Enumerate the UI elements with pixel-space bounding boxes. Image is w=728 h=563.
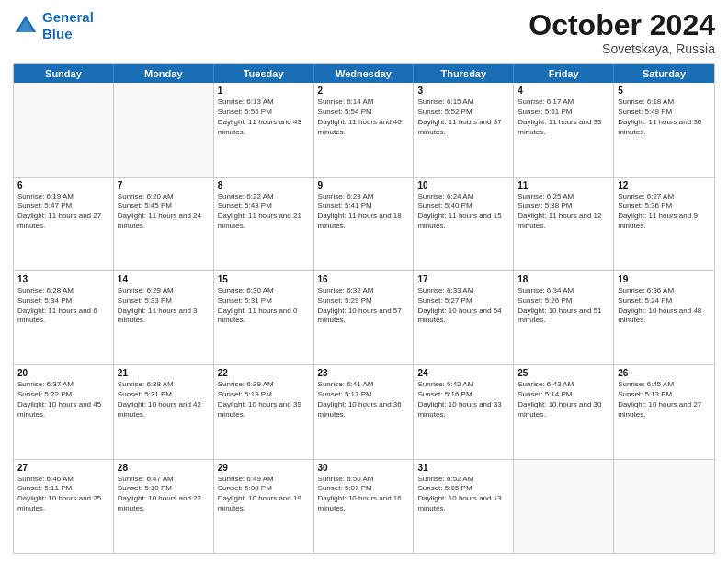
day-number: 30 [318,463,410,473]
daylight-text: Daylight: 10 hours and 45 minutes. [17,400,109,420]
calendar-cell: 12Sunrise: 6:27 AMSunset: 5:36 PMDayligh… [614,178,714,270]
sunset-text: Sunset: 5:38 PM [518,201,609,212]
sunrise-text: Sunrise: 6:37 AM [17,380,109,390]
calendar-cell: 25Sunrise: 6:43 AMSunset: 5:14 PMDayligh… [514,365,614,458]
calendar-cell: 31Sunrise: 6:52 AMSunset: 5:05 PMDayligh… [414,460,514,553]
sunrise-text: Sunrise: 6:36 AM [618,286,711,296]
day-number: 31 [417,463,509,473]
calendar-cell: 13Sunrise: 6:28 AMSunset: 5:34 PMDayligh… [14,271,114,364]
weekday-header-tuesday: Tuesday [214,64,314,83]
daylight-text: Daylight: 10 hours and 42 minutes. [118,400,210,420]
day-number: 29 [218,463,310,473]
calendar-cell: 27Sunrise: 6:46 AMSunset: 5:11 PMDayligh… [14,460,114,553]
daylight-text: Daylight: 11 hours and 24 minutes. [118,212,210,232]
day-number: 2 [318,86,410,96]
day-number: 20 [17,368,109,378]
sunset-text: Sunset: 5:29 PM [318,296,410,306]
sunrise-text: Sunrise: 6:14 AM [318,98,410,108]
day-number: 10 [417,180,509,190]
calendar-header: SundayMondayTuesdayWednesdayThursdayFrid… [14,64,714,83]
sunset-text: Sunset: 5:45 PM [118,201,210,212]
month-title: October 2024 [529,9,715,41]
day-number: 9 [318,180,410,190]
sunset-text: Sunset: 5:31 PM [218,296,310,306]
sunrise-text: Sunrise: 6:33 AM [417,286,509,296]
daylight-text: Daylight: 11 hours and 43 minutes. [218,118,310,138]
calendar-cell [614,460,714,553]
daylight-text: Daylight: 10 hours and 13 minutes. [417,494,509,514]
logo-blue: Blue [42,26,73,41]
sunset-text: Sunset: 5:49 PM [618,108,711,118]
calendar-cell: 18Sunrise: 6:34 AMSunset: 5:26 PMDayligh… [514,271,614,364]
calendar-cell: 7Sunrise: 6:20 AMSunset: 5:45 PMDaylight… [114,178,214,270]
sunset-text: Sunset: 5:07 PM [318,484,410,494]
day-number: 1 [218,86,310,96]
sunrise-text: Sunrise: 6:39 AM [218,380,310,390]
calendar-cell: 23Sunrise: 6:41 AMSunset: 5:17 PMDayligh… [314,365,415,458]
calendar-cell [14,83,114,176]
calendar-cell: 4Sunrise: 6:17 AMSunset: 5:51 PMDaylight… [514,83,614,176]
daylight-text: Daylight: 10 hours and 36 minutes. [318,400,410,420]
day-number: 21 [118,368,210,378]
day-number: 11 [518,180,609,190]
daylight-text: Daylight: 11 hours and 27 minutes. [17,212,109,232]
sunrise-text: Sunrise: 6:46 AM [17,475,109,485]
calendar-cell: 20Sunrise: 6:37 AMSunset: 5:22 PMDayligh… [14,365,114,458]
daylight-text: Daylight: 10 hours and 51 minutes. [518,306,609,327]
daylight-text: Daylight: 10 hours and 19 minutes. [218,494,310,514]
day-number: 14 [118,274,210,284]
daylight-text: Daylight: 10 hours and 48 minutes. [618,306,711,327]
sunset-text: Sunset: 5:05 PM [417,484,509,494]
logo-text: General Blue [42,9,94,42]
daylight-text: Daylight: 11 hours and 3 minutes. [118,306,210,327]
daylight-text: Daylight: 10 hours and 54 minutes. [417,306,509,327]
calendar-cell: 2Sunrise: 6:14 AMSunset: 5:54 PMDaylight… [314,83,415,176]
sunrise-text: Sunrise: 6:32 AM [318,286,410,296]
sunrise-text: Sunrise: 6:30 AM [218,286,310,296]
sunrise-text: Sunrise: 6:41 AM [318,380,410,390]
sunset-text: Sunset: 5:10 PM [118,484,210,494]
sunset-text: Sunset: 5:08 PM [218,484,310,494]
sunrise-text: Sunrise: 6:50 AM [318,475,410,485]
daylight-text: Daylight: 11 hours and 12 minutes. [518,212,609,232]
sunrise-text: Sunrise: 6:43 AM [518,380,609,390]
sunset-text: Sunset: 5:16 PM [417,390,509,400]
calendar-cell: 21Sunrise: 6:38 AMSunset: 5:21 PMDayligh… [114,365,214,458]
sunrise-text: Sunrise: 6:17 AM [518,98,609,108]
calendar-cell: 15Sunrise: 6:30 AMSunset: 5:31 PMDayligh… [214,271,314,364]
daylight-text: Daylight: 11 hours and 33 minutes. [518,118,609,138]
title-block: October 2024 Sovetskaya, Russia [529,9,715,56]
sunrise-text: Sunrise: 6:45 AM [618,380,711,390]
logo-general: General [42,9,94,25]
sunset-text: Sunset: 5:27 PM [417,296,509,306]
day-number: 26 [618,368,711,378]
calendar-cell: 16Sunrise: 6:32 AMSunset: 5:29 PMDayligh… [314,271,415,364]
daylight-text: Daylight: 10 hours and 22 minutes. [118,494,210,514]
day-number: 16 [318,274,410,284]
calendar-cell: 14Sunrise: 6:29 AMSunset: 5:33 PMDayligh… [114,271,214,364]
sunset-text: Sunset: 5:17 PM [318,390,410,400]
day-number: 23 [318,368,410,378]
calendar-row-3: 13Sunrise: 6:28 AMSunset: 5:34 PMDayligh… [14,271,714,365]
calendar-cell: 29Sunrise: 6:49 AMSunset: 5:08 PMDayligh… [214,460,314,553]
sunset-text: Sunset: 5:41 PM [318,201,410,212]
calendar-cell: 6Sunrise: 6:19 AMSunset: 5:47 PMDaylight… [14,178,114,270]
logo: General Blue [13,9,94,42]
daylight-text: Daylight: 10 hours and 39 minutes. [218,400,310,420]
day-number: 12 [618,180,711,190]
header: General Blue October 2024 Sovetskaya, Ru… [13,9,715,56]
sunrise-text: Sunrise: 6:28 AM [17,286,109,296]
daylight-text: Daylight: 10 hours and 30 minutes. [518,400,609,420]
day-number: 13 [17,274,109,284]
day-number: 8 [218,180,310,190]
day-number: 18 [518,274,609,284]
sunset-text: Sunset: 5:34 PM [17,296,109,306]
calendar-cell: 19Sunrise: 6:36 AMSunset: 5:24 PMDayligh… [614,271,714,364]
calendar-cell: 3Sunrise: 6:15 AMSunset: 5:52 PMDaylight… [414,83,514,176]
daylight-text: Daylight: 10 hours and 27 minutes. [618,400,711,420]
daylight-text: Daylight: 11 hours and 21 minutes. [218,212,310,232]
sunrise-text: Sunrise: 6:15 AM [417,98,509,108]
daylight-text: Daylight: 11 hours and 40 minutes. [318,118,410,138]
daylight-text: Daylight: 10 hours and 25 minutes. [17,494,109,514]
daylight-text: Daylight: 10 hours and 16 minutes. [318,494,410,514]
